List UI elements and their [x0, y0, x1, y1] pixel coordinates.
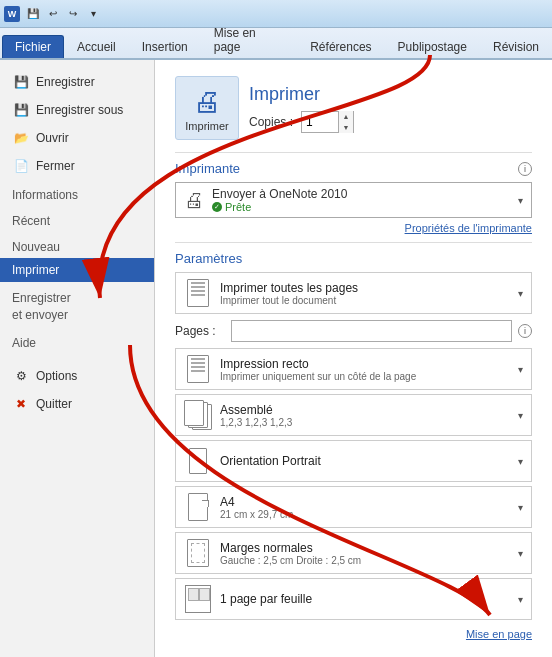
ribbon-tabs: Fichier Accueil Insertion Mise en page R… [0, 28, 552, 58]
marges-arrow: ▾ [518, 548, 523, 559]
recto-main: Impression recto [220, 357, 416, 371]
printer-properties-link[interactable]: Propriétés de l'imprimante [175, 222, 532, 234]
tab-references[interactable]: Références [297, 35, 384, 58]
sidebar-item-enregistrer-sous[interactable]: 💾 Enregistrer sous [0, 96, 154, 124]
copies-spinner: ▲ ▼ [338, 111, 353, 133]
pages-label: Pages : [175, 324, 225, 338]
orientation-arrow: ▾ [518, 456, 523, 467]
ribbon: Fichier Accueil Insertion Mise en page R… [0, 28, 552, 60]
pages-input-row: Pages : i [175, 318, 532, 344]
params-section-title: Paramètres [175, 251, 532, 266]
all-pages-sub: Imprimer tout le document [220, 295, 358, 306]
param-assemble[interactable]: Assemblé 1,2,3 1,2,3 1,2,3 ▾ [175, 394, 532, 436]
param-marges-left: Marges normales Gauche : 2,5 cm Droite :… [184, 537, 510, 569]
a4-sub: 21 cm x 29,7 cm [220, 509, 293, 520]
mise-en-page-link[interactable]: Mise en page [466, 628, 532, 640]
sidebar-item-imprimer[interactable]: Imprimer [0, 258, 154, 282]
param-marges[interactable]: Marges normales Gauche : 2,5 cm Droite :… [175, 532, 532, 574]
sidebar-item-recent[interactable]: Récent [0, 206, 154, 232]
assemble-main: Assemblé [220, 403, 292, 417]
print-title: Imprimer [249, 84, 354, 105]
recto-arrow: ▾ [518, 364, 523, 375]
param-pages-per-sheet[interactable]: 1 page par feuille ▾ [175, 578, 532, 620]
quick-access-toolbar: 💾 ↩ ↪ ▾ [24, 5, 102, 23]
tab-revision[interactable]: Révision [480, 35, 552, 58]
tab-insertion[interactable]: Insertion [129, 35, 201, 58]
assemble-arrow: ▾ [518, 410, 523, 421]
printer-status: ✓ Prête [212, 201, 347, 213]
orientation-main: Orientation Portrait [220, 454, 321, 468]
printer-select[interactable]: 🖨 Envoyer à OneNote 2010 ✓ Prête ▾ [175, 182, 532, 218]
sidebar-item-enregistrer[interactable]: 💾 Enregistrer [0, 68, 154, 96]
content-area: 🖨 Imprimer Imprimer Copies : ▲ ▼ [155, 60, 552, 657]
tab-fichier[interactable]: Fichier [2, 35, 64, 58]
copies-label: Copies : [249, 115, 293, 129]
recto-sub: Imprimer uniquement sur un côté de la pa… [220, 371, 416, 382]
divider-1 [175, 152, 532, 153]
main-layout: 💾 Enregistrer 💾 Enregistrer sous 📂 Ouvri… [0, 60, 552, 657]
assemble-sub: 1,2,3 1,2,3 1,2,3 [220, 417, 292, 428]
param-all-pages[interactable]: Imprimer toutes les pages Imprimer tout … [175, 272, 532, 314]
sidebar-item-ouvrir[interactable]: 📂 Ouvrir [0, 124, 154, 152]
a4-text: A4 21 cm x 29,7 cm [220, 495, 293, 520]
param-pages-per-left: 1 page par feuille [184, 583, 510, 615]
print-title-area: Imprimer Copies : ▲ ▼ [249, 84, 354, 133]
sidebar-item-options[interactable]: ⚙ Options [0, 362, 154, 390]
assemble-text: Assemblé 1,2,3 1,2,3 1,2,3 [220, 403, 292, 428]
assemble-icon [184, 399, 212, 431]
marges-sub: Gauche : 2,5 cm Droite : 2,5 cm [220, 555, 361, 566]
param-a4[interactable]: A4 21 cm x 29,7 cm ▾ [175, 486, 532, 528]
printer-device-icon: 🖨 [184, 189, 204, 212]
redo-quick-btn[interactable]: ↪ [64, 5, 82, 23]
param-all-pages-left: Imprimer toutes les pages Imprimer tout … [184, 277, 510, 309]
qa-dropdown-btn[interactable]: ▾ [84, 5, 102, 23]
sidebar-item-informations[interactable]: Informations [0, 180, 154, 206]
a4-arrow: ▾ [518, 502, 523, 513]
param-orientation[interactable]: Orientation Portrait ▾ [175, 440, 532, 482]
close-doc-icon: 📄 [12, 157, 30, 175]
marges-text: Marges normales Gauche : 2,5 cm Droite :… [220, 541, 361, 566]
printer-left: 🖨 Envoyer à OneNote 2010 ✓ Prête [184, 187, 347, 213]
options-icon: ⚙ [12, 367, 30, 385]
print-header: 🖨 Imprimer Imprimer Copies : ▲ ▼ [175, 76, 532, 140]
printer-section-title: Imprimante i [175, 161, 532, 176]
marges-main: Marges normales [220, 541, 361, 555]
print-button[interactable]: 🖨 Imprimer [175, 76, 239, 140]
pages-per-text: 1 page par feuille [220, 592, 312, 606]
undo-quick-btn[interactable]: ↩ [44, 5, 62, 23]
printer-icon: 🖨 [193, 85, 221, 118]
copies-down-btn[interactable]: ▼ [339, 122, 353, 133]
param-assemble-left: Assemblé 1,2,3 1,2,3 1,2,3 [184, 399, 510, 431]
a4-main: A4 [220, 495, 293, 509]
copies-value[interactable] [302, 112, 338, 132]
sidebar-item-fermer[interactable]: 📄 Fermer [0, 152, 154, 180]
param-recto[interactable]: Impression recto Imprimer uniquement sur… [175, 348, 532, 390]
pages-per-main: 1 page par feuille [220, 592, 312, 606]
printer-info-icon[interactable]: i [518, 162, 532, 176]
orientation-icon [184, 445, 212, 477]
sidebar-item-aide[interactable]: Aide [0, 328, 154, 354]
orientation-text: Orientation Portrait [220, 454, 321, 468]
copies-up-btn[interactable]: ▲ [339, 111, 353, 122]
pages-per-arrow: ▾ [518, 594, 523, 605]
printer-name: Envoyer à OneNote 2010 [212, 187, 347, 201]
all-pages-icon [184, 277, 212, 309]
pages-field[interactable] [231, 320, 512, 342]
print-button-label: Imprimer [185, 120, 228, 132]
pages-info-icon[interactable]: i [518, 324, 532, 338]
marges-icon [184, 537, 212, 569]
tab-mise-en-page[interactable]: Mise en page [201, 21, 297, 58]
sidebar-item-nouveau[interactable]: Nouveau [0, 232, 154, 258]
printer-dropdown-arrow: ▾ [518, 195, 523, 206]
tab-accueil[interactable]: Accueil [64, 35, 129, 58]
bottom-link-row: Mise en page [175, 624, 532, 640]
sidebar-item-quitter[interactable]: ✖ Quitter [0, 390, 154, 418]
tab-publipostage[interactable]: Publipostage [385, 35, 480, 58]
save-as-icon: 💾 [12, 101, 30, 119]
copies-input-field[interactable]: ▲ ▼ [301, 111, 354, 133]
all-pages-text: Imprimer toutes les pages Imprimer tout … [220, 281, 358, 306]
open-icon: 📂 [12, 129, 30, 147]
recto-icon [184, 353, 212, 385]
save-quick-btn[interactable]: 💾 [24, 5, 42, 23]
sidebar-item-enregistrer-envoyer[interactable]: Enregistreret envoyer [0, 282, 154, 328]
